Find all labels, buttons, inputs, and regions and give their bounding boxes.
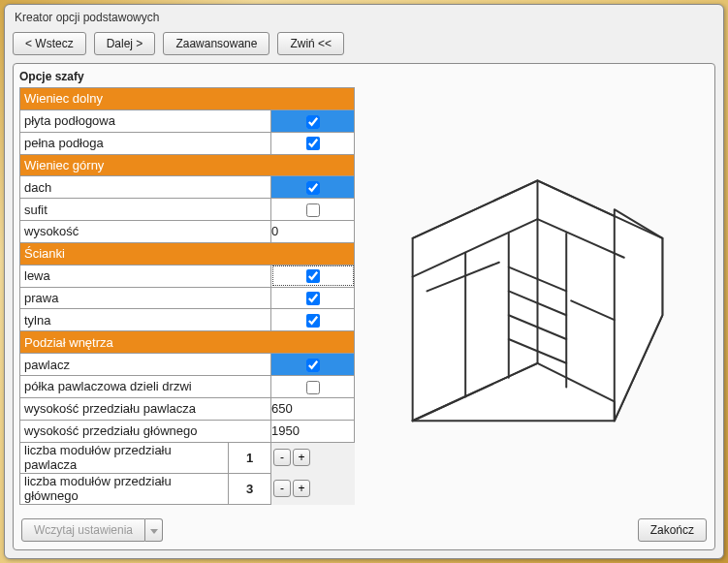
spinner-minus-button[interactable]: - bbox=[273, 480, 291, 497]
spinner-plus-button[interactable]: + bbox=[293, 480, 310, 497]
row-label: dach bbox=[20, 176, 271, 199]
row-label: płyta podłogowa bbox=[20, 109, 271, 132]
load-settings-dropdown-button[interactable] bbox=[145, 518, 163, 542]
options-grid: Wieniec dolny płyta podłogowa pełna podł… bbox=[19, 87, 355, 505]
table-row: lewa bbox=[20, 265, 355, 287]
row-label: wysokość bbox=[20, 221, 271, 243]
load-settings-button[interactable]: Wczytaj ustawienia bbox=[21, 518, 145, 542]
window-title: Kreator opcji podstawowych bbox=[5, 5, 723, 28]
spinner-plus-button[interactable]: + bbox=[293, 449, 310, 466]
row-label: wysokość przedziału głównego bbox=[20, 420, 271, 442]
checkbox-cell[interactable] bbox=[271, 109, 355, 132]
inner-panel: Opcje szafy Wieniec dolny płyta podłogow… bbox=[13, 63, 715, 550]
table-row: wysokość przedziału głównego 1950 bbox=[20, 420, 355, 442]
checkbox-tylna[interactable] bbox=[306, 314, 320, 328]
row-label: prawa bbox=[20, 287, 271, 309]
group-header-wieniec-dolny: Wieniec dolny bbox=[20, 88, 355, 110]
row-label: tylna bbox=[20, 309, 271, 331]
collapse-button[interactable]: Zwiń << bbox=[277, 32, 344, 55]
checkbox-sufit[interactable] bbox=[306, 203, 320, 217]
table-row: półka pawlaczowa dzieli drzwi bbox=[20, 375, 355, 397]
checkbox-cell[interactable] bbox=[271, 375, 355, 397]
next-button[interactable]: Dalej > bbox=[94, 32, 156, 55]
spinner-value-glowny[interactable]: 3 bbox=[229, 473, 271, 504]
section-title: Opcje szafy bbox=[14, 64, 714, 87]
spinner-value-pawlacz[interactable]: 1 bbox=[229, 442, 271, 473]
table-row: płyta podłogowa bbox=[20, 109, 355, 132]
table-row: dach bbox=[20, 176, 355, 199]
chevron-down-icon bbox=[150, 529, 158, 534]
footer: Wczytaj ustawienia Zakończ bbox=[14, 511, 714, 549]
row-label: lewa bbox=[20, 265, 271, 287]
checkbox-plyta-podlogowa[interactable] bbox=[306, 115, 320, 129]
value-cell-wys-pawlacza[interactable]: 650 bbox=[271, 397, 355, 420]
table-row: wysokość przedziału pawlacza 650 bbox=[20, 397, 355, 420]
value-cell-wys-glownego[interactable]: 1950 bbox=[271, 420, 355, 442]
spinner-minus-button[interactable]: - bbox=[273, 449, 291, 466]
checkbox-cell[interactable] bbox=[271, 287, 355, 309]
checkbox-dach[interactable] bbox=[306, 181, 320, 195]
checkbox-cell[interactable] bbox=[271, 309, 355, 331]
spinner-controls: - + bbox=[271, 449, 355, 466]
checkbox-prawa[interactable] bbox=[306, 292, 320, 305]
value-cell-wysokosc[interactable]: 0 bbox=[271, 221, 355, 243]
checkbox-cell[interactable] bbox=[271, 176, 355, 199]
checkbox-cell[interactable] bbox=[271, 354, 355, 376]
content-area: Wieniec dolny płyta podłogowa pełna podł… bbox=[14, 87, 714, 511]
advanced-button[interactable]: Zaawansowane bbox=[163, 32, 269, 55]
table-row: liczba modułów przedziału głównego 3 - + bbox=[20, 473, 355, 504]
spinner-controls: - + bbox=[271, 480, 355, 497]
checkbox-cell[interactable] bbox=[271, 265, 355, 287]
checkbox-cell[interactable] bbox=[271, 132, 355, 154]
checkbox-polka-dzieli[interactable] bbox=[306, 381, 320, 394]
group-header-wieniec-gorny: Wieniec górny bbox=[20, 154, 355, 176]
group-header-scianki: Ścianki bbox=[20, 242, 355, 265]
row-label: wysokość przedziału pawlacza bbox=[20, 397, 271, 420]
wardrobe-preview-icon bbox=[374, 123, 701, 469]
toolbar: < Wstecz Dalej > Zaawansowane Zwiń << bbox=[5, 28, 723, 63]
row-label: półka pawlaczowa dzieli drzwi bbox=[20, 375, 271, 397]
table-row: pełna podłoga bbox=[20, 132, 355, 154]
checkbox-cell[interactable] bbox=[271, 199, 355, 221]
checkbox-pelna-podloga[interactable] bbox=[306, 137, 320, 150]
table-row: tylna bbox=[20, 309, 355, 331]
table-row: prawa bbox=[20, 287, 355, 309]
load-settings-split-button: Wczytaj ustawienia bbox=[21, 518, 163, 542]
table-row: wysokość 0 bbox=[20, 221, 355, 243]
group-header-podzial: Podział wnętrza bbox=[20, 331, 355, 354]
finish-button[interactable]: Zakończ bbox=[638, 518, 707, 542]
table-row: sufit bbox=[20, 199, 355, 221]
row-label: pawlacz bbox=[20, 354, 271, 376]
preview-pane bbox=[366, 87, 709, 505]
row-label: pełna podłoga bbox=[20, 132, 271, 154]
row-label: sufit bbox=[20, 199, 271, 221]
back-button[interactable]: < Wstecz bbox=[13, 32, 86, 55]
table-row: liczba modułów przedziału pawlacza 1 - + bbox=[20, 442, 355, 473]
row-label: liczba modułów przedziału pawlacza bbox=[20, 442, 229, 473]
wizard-window: Kreator opcji podstawowych < Wstecz Dale… bbox=[4, 4, 724, 559]
checkbox-lewa[interactable] bbox=[306, 269, 320, 283]
table-row: pawlacz bbox=[20, 354, 355, 376]
row-label: liczba modułów przedziału głównego bbox=[20, 473, 229, 504]
checkbox-pawlacz[interactable] bbox=[306, 359, 320, 372]
